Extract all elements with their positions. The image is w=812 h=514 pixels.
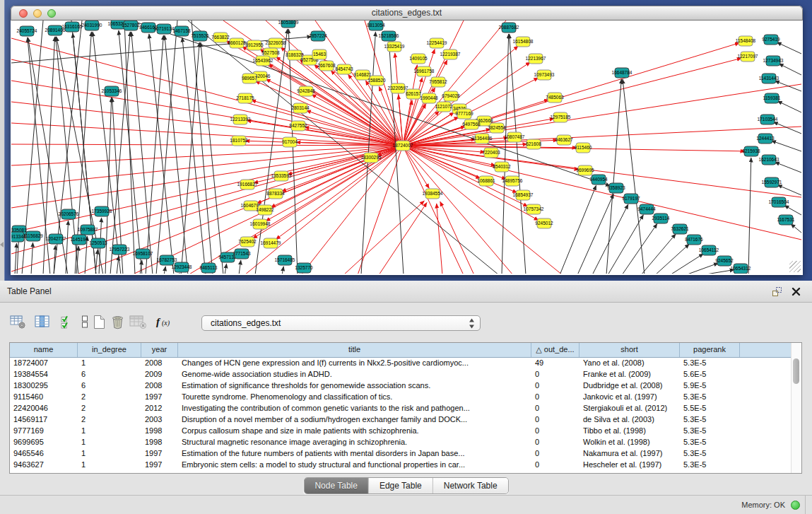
network-node[interactable]: 8540312 bbox=[493, 162, 511, 172]
network-node[interactable]: 7515526 bbox=[191, 31, 209, 41]
network-node[interactable]: 1588520 bbox=[367, 76, 386, 86]
network-node[interactable]: 19384554 bbox=[423, 189, 443, 199]
network-node[interactable]: 6794028 bbox=[442, 91, 460, 101]
network-node[interactable]: 10719134 bbox=[154, 24, 175, 34]
network-node[interactable]: 13325419 bbox=[384, 42, 405, 52]
network-node[interactable]: 16053809 bbox=[278, 21, 299, 28]
network-node[interactable]: 621608 bbox=[526, 139, 541, 149]
function-builder-icon[interactable]: f (x) bbox=[155, 313, 175, 331]
network-node[interactable]: 16316165 bbox=[62, 22, 83, 32]
network-node[interactable]: 917004 bbox=[282, 137, 298, 147]
network-node[interactable]: 1467158 bbox=[172, 26, 191, 36]
network-node[interactable]: 2667608 bbox=[317, 61, 336, 71]
network-node[interactable]: 12213393 bbox=[230, 115, 251, 124]
network-node[interactable]: 2935114 bbox=[652, 214, 670, 223]
window-close-button[interactable] bbox=[19, 9, 28, 18]
network-node[interactable]: 7485063 bbox=[546, 93, 564, 103]
network-node[interactable]: 8813054 bbox=[367, 21, 385, 30]
column-header-out_de[interactable]: △ out_de... bbox=[531, 343, 579, 357]
network-node[interactable]: 9245012 bbox=[535, 218, 553, 228]
column-header-year[interactable]: year bbox=[141, 343, 178, 357]
network-node[interactable]: 7857224 bbox=[309, 31, 327, 41]
network-node[interactable]: 13533593 bbox=[271, 171, 292, 181]
network-node[interactable]: 15716485 bbox=[275, 255, 295, 265]
network-node[interactable]: 24031990 bbox=[82, 21, 102, 30]
network-node[interactable]: 3824554 bbox=[488, 123, 506, 133]
network-node[interactable]: 10654112 bbox=[699, 245, 719, 255]
table-selector-dropdown[interactable]: citations_edges.txt bbox=[201, 315, 481, 331]
network-node[interactable]: 626157 bbox=[406, 89, 421, 99]
table-row[interactable]: 1456911722003Disruption of a novel membe… bbox=[10, 414, 792, 425]
table-row[interactable]: 2242004622012Investigating the contribut… bbox=[10, 402, 792, 414]
table-row[interactable]: 1938455462009Genome-wide association stu… bbox=[10, 368, 792, 380]
network-node[interactable]: 8912955 bbox=[245, 40, 264, 50]
network-node[interactable]: 9245652 bbox=[715, 256, 734, 266]
network-node[interactable]: 9474444 bbox=[637, 204, 656, 214]
network-node[interactable]: 8427552 bbox=[289, 121, 307, 131]
close-panel-icon[interactable] bbox=[792, 286, 801, 296]
network-node[interactable]: 12219387 bbox=[440, 49, 461, 59]
network-node[interactable]: 8465113 bbox=[200, 263, 218, 273]
network-node[interactable]: 1810752 bbox=[230, 136, 248, 146]
column-header-title[interactable]: title bbox=[178, 343, 531, 357]
network-node[interactable]: 1990448 bbox=[420, 93, 438, 103]
network-node[interactable]: 20206576 bbox=[59, 209, 79, 219]
network-node[interactable]: 1325770 bbox=[295, 263, 313, 273]
network-node[interactable]: 8660128 bbox=[228, 38, 246, 48]
table-row[interactable]: 911546021997Tourette syndrome. Phenomeno… bbox=[10, 391, 792, 402]
network-node[interactable]: 9463627 bbox=[555, 135, 573, 145]
network-node[interactable]: 9358923 bbox=[607, 183, 625, 193]
window-minimize-button[interactable] bbox=[33, 9, 42, 18]
network-node[interactable]: 24055724 bbox=[17, 26, 37, 36]
network-node[interactable]: 20887682 bbox=[499, 23, 519, 33]
network-node[interactable]: 1159381 bbox=[763, 93, 781, 103]
canvas-resize-grip[interactable] bbox=[789, 261, 801, 272]
network-node[interactable]: 11156829 bbox=[23, 231, 43, 241]
network-node[interactable]: 16543962 bbox=[253, 56, 273, 66]
network-node[interactable]: 17016504 bbox=[769, 197, 789, 207]
table-row[interactable]: 1830029562008Estimation of significance … bbox=[10, 380, 792, 391]
tab-edge-table[interactable]: Edge Table bbox=[369, 478, 433, 493]
splitpane-handle[interactable] bbox=[0, 242, 4, 247]
network-node[interactable]: 16210643 bbox=[759, 155, 779, 165]
network-node[interactable]: 7220403 bbox=[482, 148, 500, 158]
network-node[interactable]: 17957223 bbox=[110, 245, 130, 255]
network-node[interactable]: 8454743 bbox=[335, 64, 353, 74]
network-node[interactable]: 12254419 bbox=[427, 38, 447, 48]
table-row[interactable]: 977716911998Corpus callosum shape and si… bbox=[10, 425, 792, 436]
column-header-short[interactable]: short bbox=[579, 343, 680, 357]
network-node[interactable]: 11431443 bbox=[759, 74, 779, 83]
network-node[interactable]: 1498222 bbox=[256, 205, 274, 215]
network-node[interactable]: 8878334 bbox=[266, 189, 285, 199]
network-node[interactable]: 10654312 bbox=[731, 264, 751, 274]
tab-node-table[interactable]: Node Table bbox=[304, 478, 369, 493]
network-node[interactable]: 1527802 bbox=[122, 21, 140, 30]
network-node[interactable]: 2718175 bbox=[236, 93, 254, 103]
network-node[interactable]: 15463 bbox=[312, 49, 326, 59]
row-height-icon[interactable] bbox=[80, 313, 90, 331]
network-node[interactable]: 16854937 bbox=[513, 190, 534, 200]
network-node[interactable]: 7663822 bbox=[211, 33, 230, 42]
network-node[interactable]: 10757342 bbox=[524, 204, 544, 214]
network-node[interactable]: 989657 bbox=[242, 74, 257, 83]
network-node[interactable]: 7955812 bbox=[429, 77, 447, 87]
network-node[interactable]: 9242848 bbox=[297, 86, 315, 96]
network-node[interactable]: 16154808 bbox=[513, 37, 534, 47]
column-header-name[interactable]: name bbox=[10, 343, 78, 357]
network-node[interactable]: 1250513 bbox=[89, 238, 107, 248]
float-panel-icon[interactable] bbox=[772, 286, 782, 297]
network-node[interactable]: 21053346 bbox=[102, 86, 122, 96]
network-view[interactable]: 1872400776638228660128891295523226058552… bbox=[11, 21, 802, 274]
network-node[interactable]: 16914479 bbox=[261, 238, 281, 248]
network-node[interactable]: 21364486 bbox=[472, 134, 493, 144]
table-row[interactable]: 969969511998Structural magnetic resonanc… bbox=[10, 436, 792, 448]
window-zoom-button[interactable] bbox=[47, 9, 56, 18]
network-node[interactable]: 7632621 bbox=[671, 224, 689, 234]
create-table-icon[interactable] bbox=[93, 313, 106, 331]
network-node[interactable]: 12923448 bbox=[172, 262, 192, 272]
network-node[interactable]: 9699695 bbox=[576, 165, 594, 175]
network-node[interactable]: 11548408 bbox=[736, 36, 756, 46]
network-node[interactable]: 1167531 bbox=[777, 215, 795, 225]
network-node[interactable]: 1409105 bbox=[409, 54, 428, 64]
network-node[interactable]: 6497568 bbox=[462, 119, 481, 129]
